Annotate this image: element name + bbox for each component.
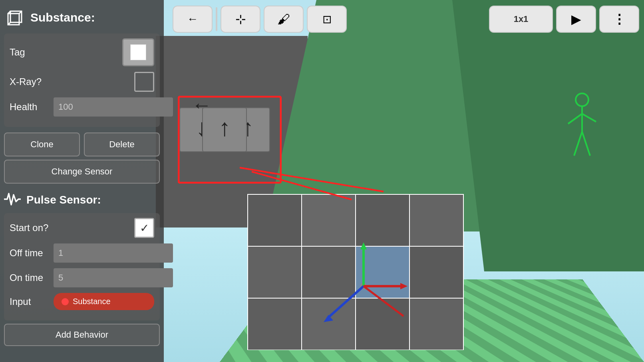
off-time-input[interactable] — [54, 243, 173, 263]
input-substance-label: Substance — [73, 297, 111, 306]
back-button[interactable]: ← — [173, 6, 213, 33]
svg-line-39 — [582, 114, 596, 122]
svg-rect-7 — [302, 195, 355, 246]
xray-checkbox[interactable] — [134, 72, 154, 92]
tag-color-swatch — [130, 44, 146, 60]
layer-icon: ⊡ — [322, 13, 332, 26]
xray-row: X-Ray? — [10, 72, 154, 92]
health-row: Health — [10, 97, 154, 117]
grid-size-button[interactable]: 1x1 — [489, 6, 553, 33]
left-panel: Substance: Tag X-Ray? Health Clone Delet… — [0, 0, 164, 362]
svg-rect-14 — [248, 299, 301, 350]
play-button[interactable]: ▶ — [556, 6, 596, 33]
off-time-row: Off time — [10, 243, 154, 263]
on-time-label: On time — [10, 272, 50, 283]
toolbar-separator-1 — [216, 7, 217, 31]
paint-tool-button[interactable]: 🖌 — [264, 6, 304, 33]
svg-text:↑: ↑ — [219, 114, 231, 141]
svg-rect-9 — [410, 195, 463, 246]
change-sensor-button[interactable]: Change Sensor — [4, 160, 160, 184]
start-on-row: Start on? ✓ — [10, 218, 154, 238]
input-substance-button[interactable]: Substance — [54, 293, 154, 310]
svg-line-38 — [568, 114, 582, 124]
svg-marker-32 — [400, 283, 407, 289]
xyz-axes — [320, 242, 407, 330]
on-time-row: On time — [10, 268, 154, 287]
start-on-checkbox[interactable]: ✓ — [134, 218, 154, 238]
svg-rect-17 — [410, 299, 463, 350]
svg-rect-8 — [356, 195, 409, 246]
tag-label: Tag — [10, 47, 50, 58]
svg-line-33 — [328, 286, 364, 318]
red-dot-icon — [62, 298, 69, 305]
tag-color-button[interactable] — [122, 38, 154, 66]
grid-size-label: 1x1 — [514, 14, 529, 24]
add-behavior-button[interactable]: Add Behavior — [4, 324, 160, 346]
svg-marker-30 — [360, 242, 367, 249]
layer-tool-button[interactable]: ⊡ — [307, 6, 347, 33]
input-label: Input — [10, 296, 50, 307]
off-time-label: Off time — [10, 247, 50, 259]
cube-icon — [4, 7, 25, 28]
more-button[interactable]: ⋮ — [599, 6, 639, 33]
svg-rect-6 — [248, 195, 301, 246]
tag-row: Tag — [10, 38, 154, 66]
delete-button[interactable]: Delete — [84, 133, 160, 156]
xray-label: X-Ray? — [10, 76, 50, 87]
clone-button[interactable]: Clone — [4, 133, 80, 156]
pulse-sensor-header: Pulse Sensor: — [0, 188, 164, 211]
dotted-select-icon: ⊹ — [235, 12, 246, 27]
pulse-sensor-title: Pulse Sensor: — [26, 194, 101, 206]
pulse-icon — [4, 192, 21, 208]
more-icon: ⋮ — [613, 12, 626, 27]
svg-text:←: ← — [192, 96, 212, 116]
health-input[interactable] — [54, 97, 173, 117]
svg-line-40 — [574, 132, 582, 156]
select-tool-button[interactable]: ⊹ — [221, 6, 260, 33]
pulse-sensor-properties: Start on? ✓ Off time On time Input Subst… — [4, 213, 160, 320]
health-label: Health — [10, 101, 50, 113]
svg-rect-13 — [410, 247, 463, 298]
on-time-input[interactable] — [54, 268, 173, 287]
action-buttons: Clone Delete — [4, 133, 160, 156]
toolbar: ← ⊹ 🖌 ⊡ 1x1 ▶ ⋮ — [168, 3, 644, 35]
svg-point-36 — [576, 93, 588, 106]
properties-panel: Tag X-Ray? Health — [4, 34, 160, 127]
play-icon: ▶ — [571, 12, 581, 27]
back-arrow-icon: ← — [187, 13, 198, 26]
substance-header: Substance: — [0, 4, 164, 31]
arrow-block-selected: ↓ ↑ ↑ ← — [178, 96, 282, 184]
svg-line-35 — [364, 286, 403, 316]
substance-title: Substance: — [30, 11, 95, 24]
start-on-label: Start on? — [10, 222, 50, 233]
paint-icon: 🖌 — [277, 12, 290, 27]
human-figure — [564, 92, 600, 162]
svg-line-41 — [582, 132, 590, 156]
input-row: Input Substance — [10, 293, 154, 310]
svg-rect-10 — [248, 247, 301, 298]
